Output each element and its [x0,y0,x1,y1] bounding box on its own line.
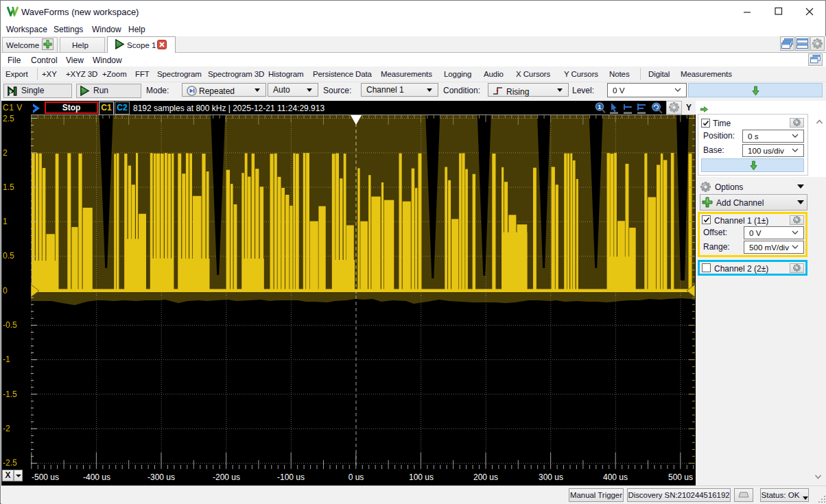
svg-text:1: 1 [9,89,12,96]
svg-text:1: 1 [598,104,602,110]
